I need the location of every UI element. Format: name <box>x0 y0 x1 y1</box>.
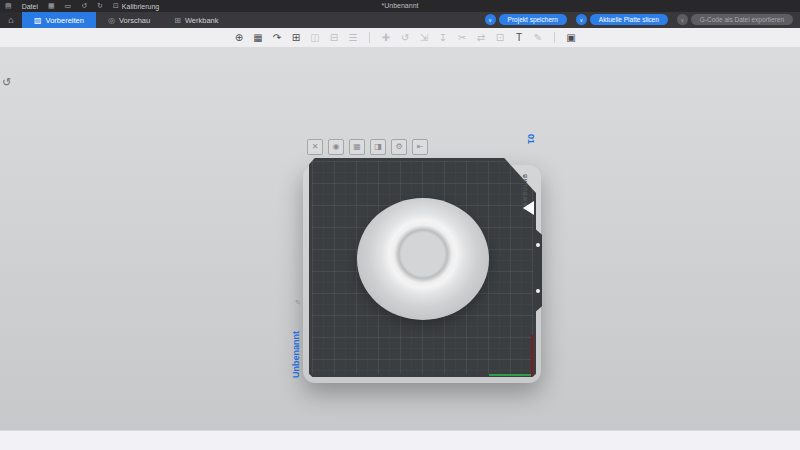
move-icon[interactable]: ✚ <box>379 28 393 47</box>
plate-name-edit-icon[interactable]: ✎ <box>295 299 301 307</box>
mirror-icon[interactable]: ⇄ <box>474 28 488 47</box>
export-gcode-group: ∨ G-Code als Datei exportieren <box>677 14 793 25</box>
toolbar-separator <box>369 32 370 43</box>
cut-icon[interactable]: ✂ <box>455 28 469 47</box>
action-buttons: ∨ Projekt speichern ∨ Aktuelle Platte sl… <box>485 14 793 25</box>
split-to-parts-icon[interactable]: ⊟ <box>327 28 341 47</box>
chevron-down-icon: ∨ <box>488 17 492 23</box>
app-logo-icon: ▤ <box>0 0 17 12</box>
menu-kalibrierung[interactable]: ⊡ Kalibrierung <box>108 0 164 12</box>
menu-datei[interactable]: Datei <box>17 0 43 12</box>
workbench-icon: ⊞ <box>174 16 181 25</box>
titlebar: ▤ Datei ▦ ▭ ↺ ↻ ⊡ Kalibrierung *Unbenann… <box>0 0 800 12</box>
orient-plate-icon[interactable]: ◉ <box>328 139 344 155</box>
origin-axis-red <box>531 335 533 376</box>
save-project-group: ∨ Projekt speichern <box>485 14 567 25</box>
prepare-icon: ▧ <box>34 16 42 25</box>
ring-model[interactable] <box>357 198 489 320</box>
auto-orient-icon[interactable]: ↷ <box>270 28 284 47</box>
add-model-icon[interactable]: ⊕ <box>232 28 246 47</box>
app-window: ▤ Datei ▦ ▭ ↺ ↻ ⊡ Kalibrierung *Unbenann… <box>0 0 800 450</box>
plate-tab-hole <box>536 289 540 293</box>
toolbar-separator <box>554 32 555 43</box>
redo-icon[interactable]: ↻ <box>92 0 108 12</box>
viewport-3d[interactable]: ↺ ✕ ◉ ▦ ◨ ⚙ ⇤ BAMBULAB 01 ✎ Unbenannt Ob… <box>0 47 800 430</box>
add-plate-icon[interactable]: ▦ <box>251 28 265 47</box>
export-gcode-dropdown[interactable]: ∨ <box>677 14 688 25</box>
text-tool-icon[interactable]: T <box>512 28 526 47</box>
paint-support-icon[interactable]: ✎ <box>531 28 545 47</box>
plate-toolbar: ✕ ◉ ▦ ◨ ⚙ ⇤ <box>307 139 428 155</box>
rotate-icon[interactable]: ↺ <box>398 28 412 47</box>
slice-plate-dropdown[interactable]: ∨ <box>576 14 587 25</box>
plate-name-label[interactable]: Unbenannt <box>291 310 305 378</box>
monitor-icon[interactable]: ▭ <box>60 0 77 12</box>
viewport-undo-icon[interactable]: ↺ <box>2 76 11 89</box>
kalibrierung-icon: ⊡ <box>113 2 119 10</box>
tab-vorschau[interactable]: ◎ Vorschau <box>96 12 162 28</box>
variable-layer-height-icon[interactable]: ☰ <box>346 28 360 47</box>
assembly-view-icon[interactable]: ▣ <box>564 28 578 47</box>
plate-settings-icon[interactable]: ⚙ <box>391 139 407 155</box>
plate-forward-icon[interactable]: ⇤ <box>412 139 428 155</box>
plates-menu-icon[interactable]: ▦ <box>43 0 60 12</box>
plate-front-marker <box>523 201 534 215</box>
slice-plate-group: ∨ Aktuelle Platte slicen <box>576 14 668 25</box>
plate-handle-tab <box>533 227 542 314</box>
chevron-down-icon: ∨ <box>579 17 583 23</box>
tab-werkbank[interactable]: ⊞ Werkbank <box>162 12 230 28</box>
place-on-face-icon[interactable]: ↧ <box>436 28 450 47</box>
undo-icon[interactable]: ↺ <box>76 0 92 12</box>
plate-tab-hole <box>536 243 540 247</box>
save-project-button[interactable]: Projekt speichern <box>499 14 567 25</box>
export-gcode-button[interactable]: G-Code als Datei exportieren <box>691 14 793 25</box>
clone-icon[interactable]: ⊡ <box>493 28 507 47</box>
taskbar: 22°C Teils sonnig Q ^ ☁ <box>0 430 800 450</box>
arrange-icon[interactable]: ⊞ <box>289 28 303 47</box>
chevron-down-icon: ∨ <box>680 17 684 23</box>
save-project-dropdown[interactable]: ∨ <box>485 14 496 25</box>
arrange-plate-icon[interactable]: ▦ <box>349 139 365 155</box>
toolbar: ⊕ ▦ ↷ ⊞ ◫ ⊟ ☰ ✚ ↺ ⇲ ↧ ✂ ⇄ ⊡ T ✎ ▣ <box>232 28 578 47</box>
scale-icon[interactable]: ⇲ <box>417 28 431 47</box>
delete-plate-icon[interactable]: ✕ <box>307 139 323 155</box>
slice-plate-button[interactable]: Aktuelle Platte slicen <box>590 14 668 25</box>
plate-number-label: 01 <box>526 134 536 144</box>
split-to-objects-icon[interactable]: ◫ <box>308 28 322 47</box>
home-button[interactable]: ⌂ <box>0 12 22 28</box>
lock-plate-icon[interactable]: ◨ <box>370 139 386 155</box>
origin-axis-green <box>489 374 533 376</box>
home-icon: ⌂ <box>8 15 13 25</box>
preview-icon: ◎ <box>108 16 115 25</box>
tab-vorbereiten[interactable]: ▧ Vorbereiten <box>22 12 96 28</box>
